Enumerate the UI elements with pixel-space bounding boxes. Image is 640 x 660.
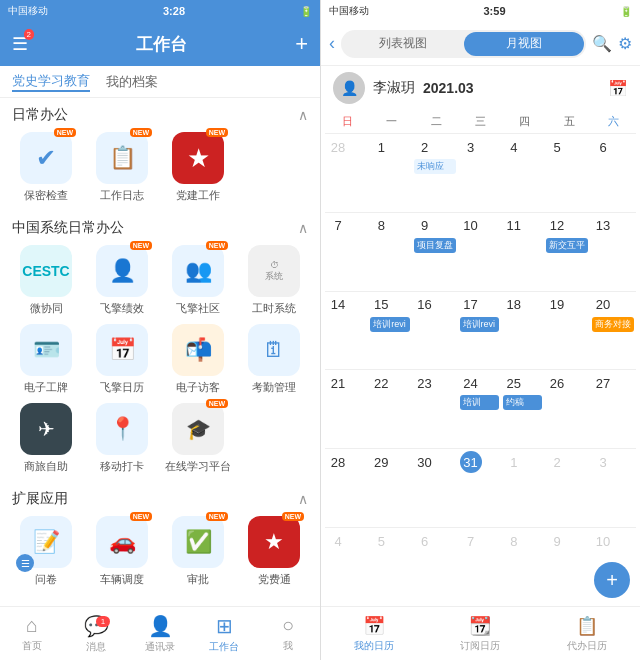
search-button[interactable]: 🔍 [592,34,612,53]
cal-day-27[interactable]: 27 [590,369,636,448]
cal-day-18[interactable]: 18 [501,291,544,370]
approval-icon: ✅ NEW [172,516,224,568]
tab-list-view[interactable]: 列表视图 [343,32,464,56]
cal-day-prev-28[interactable]: 28 [325,133,368,212]
nav-me[interactable]: ○ 我 [256,614,320,653]
app-fq-community[interactable]: 👥 NEW 飞擎社区 [164,245,232,316]
cal-day-29[interactable]: 29 [368,448,411,527]
tab-month-view[interactable]: 月视图 [464,32,585,56]
cal-day-19[interactable]: 19 [544,291,590,370]
nav-subscribed-calendar[interactable]: 📆 订阅日历 [427,615,533,653]
chevron-ext-icon[interactable]: ∧ [298,491,308,507]
tab-my-archive[interactable]: 我的档案 [106,73,158,91]
app-survey[interactable]: 📝 ☰ 问卷 [12,516,80,587]
app-micro-collab[interactable]: CESTC 微协同 [12,245,80,316]
cal-day-16[interactable]: 16 [412,291,458,370]
nav-messages-label: 消息 [86,640,106,654]
cal-day-30[interactable]: 30 [412,448,458,527]
cal-day-7[interactable]: 7 [325,212,368,291]
nav-workspace[interactable]: ⊞ 工作台 [192,614,256,654]
nav-contacts[interactable]: 👤 通讯录 [128,614,192,654]
cal-day-2[interactable]: 2未响应 [412,133,458,212]
back-button[interactable]: ‹ [329,33,335,54]
cal-day-4[interactable]: 4 [501,133,544,212]
fq-community-icon: 👥 NEW [172,245,224,297]
me-icon: ○ [282,614,294,637]
nav-my-calendar[interactable]: 📅 我的日历 [321,615,427,653]
app-party-work[interactable]: ★ NEW 党建工作 [164,132,232,203]
app-worktime[interactable]: ⏱系统 工时系统 [240,245,308,316]
app-biz-travel[interactable]: ✈ 商旅自助 [12,403,80,474]
cal-day-26[interactable]: 26 [544,369,590,448]
my-calendar-label: 我的日历 [354,639,394,653]
app-approval[interactable]: ✅ NEW 审批 [164,516,232,587]
cal-day-next-4[interactable]: 4 [325,527,368,606]
cal-day-next-8[interactable]: 8 [501,527,544,606]
cal-day-28-mar[interactable]: 28 [325,448,368,527]
left-scroll-area[interactable]: 日常办公 ∧ ✔ NEW 保密检查 📋 NEW 工作日志 ★ [0,98,320,606]
cal-day-3[interactable]: 3 [458,133,501,212]
left-time: 3:28 [163,5,185,17]
fq-perf-icon: 👤 NEW [96,245,148,297]
app-e-visitor[interactable]: 📬 电子访客 [164,324,232,395]
cal-day-21[interactable]: 21 [325,369,368,448]
cal-day-9[interactable]: 9项目复盘 [412,212,458,291]
left-nav-tabs: 党史学习教育 我的档案 [0,66,320,98]
my-calendar-icon: 📅 [363,615,385,637]
app-fq-calendar[interactable]: 📅 飞擎日历 [88,324,156,395]
app-party-fee[interactable]: ★ NEW 党费通 [240,516,308,587]
app-mobile-checkin[interactable]: 📍 移动打卡 [88,403,156,474]
cal-day-8[interactable]: 8 [368,212,411,291]
cal-day-next-1[interactable]: 1 [501,448,544,527]
cal-day-14[interactable]: 14 [325,291,368,370]
cal-day-24[interactable]: 24培训 [458,369,501,448]
weekday-sat: 六 [592,110,636,133]
cal-day-22[interactable]: 22 [368,369,411,448]
app-attendance[interactable]: 🗓 考勤管理 [240,324,308,395]
app-work-diary[interactable]: 📋 NEW 工作日志 [88,132,156,203]
cal-day-next-7[interactable]: 7 [458,527,501,606]
settings-button[interactable]: ⚙ [618,34,632,53]
calendar-icon[interactable]: 📅 [608,79,628,98]
nav-messages[interactable]: 💬 1 消息 [64,614,128,654]
e-visitor-icon: 📬 [172,324,224,376]
cal-day-next-3[interactable]: 3 [590,448,636,527]
menu-button[interactable]: ☰ 2 [12,33,28,55]
event-20: 商务对接 [592,317,634,332]
cal-day-13[interactable]: 13 [590,212,636,291]
workspace-icon: ⊞ [216,614,233,638]
nav-todo-calendar[interactable]: 📋 代办日历 [534,615,640,653]
cal-day-next-5[interactable]: 5 [368,527,411,606]
attendance-label: 考勤管理 [252,380,296,395]
app-e-badge[interactable]: 🪪 电子工牌 [12,324,80,395]
cal-day-5[interactable]: 5 [544,133,590,212]
cal-day-1[interactable]: 1 [368,133,411,212]
cal-day-12[interactable]: 12新交互平 [544,212,590,291]
todo-calendar-label: 代办日历 [567,639,607,653]
app-fq-perf[interactable]: 👤 NEW 飞擎绩效 [88,245,156,316]
cal-day-25[interactable]: 25约稿 [501,369,544,448]
app-security-check[interactable]: ✔ NEW 保密检查 [12,132,80,203]
section-extensions: 扩展应用 ∧ [0,482,320,512]
cal-day-10[interactable]: 10 [458,212,501,291]
cal-day-11[interactable]: 11 [501,212,544,291]
cal-day-20[interactable]: 20商务对接 [590,291,636,370]
app-vehicle-dispatch[interactable]: 🚗 NEW 车辆调度 [88,516,156,587]
tab-party-education[interactable]: 党史学习教育 [12,72,90,92]
cal-day-15[interactable]: 15培训revi [368,291,411,370]
cal-day-next-2[interactable]: 2 [544,448,590,527]
chevron-daily-icon[interactable]: ∧ [298,107,308,123]
add-button[interactable]: + [295,31,308,57]
chevron-china-icon[interactable]: ∧ [298,220,308,236]
work-diary-label: 工作日志 [100,188,144,203]
add-event-button[interactable]: + [594,562,630,598]
cal-day-6[interactable]: 6 [590,133,636,212]
e-badge-label: 电子工牌 [24,380,68,395]
cal-day-next-9[interactable]: 9 [544,527,590,606]
app-online-learning[interactable]: 🎓 NEW 在线学习平台 [164,403,232,474]
nav-home[interactable]: ⌂ 首页 [0,614,64,653]
cal-day-next-6[interactable]: 6 [412,527,458,606]
cal-day-17[interactable]: 17培训revi [458,291,501,370]
cal-day-23[interactable]: 23 [412,369,458,448]
cal-day-31[interactable]: 31 [458,448,501,527]
